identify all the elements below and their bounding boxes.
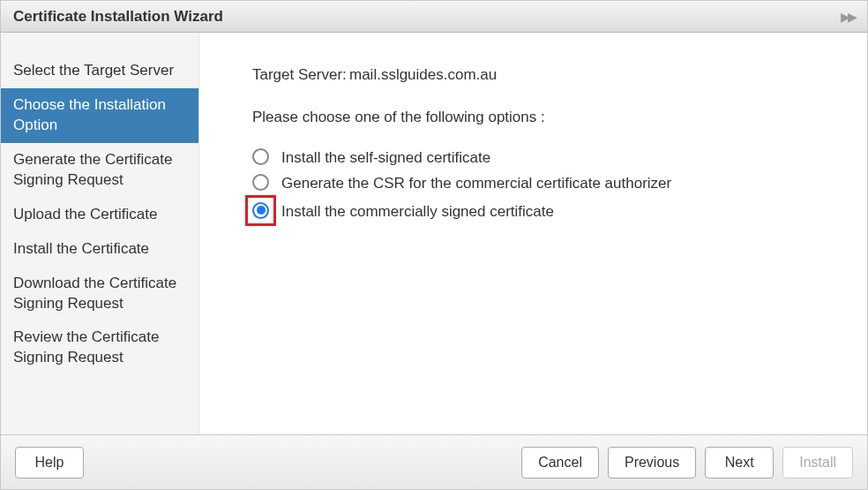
- main-panel: Target Server: mail.sslguides.com.au Ple…: [199, 33, 867, 434]
- step-upload-certificate[interactable]: Upload the Certificate: [1, 198, 198, 232]
- wizard-dialog: Certificate Installation Wizard ▶▶ Selec…: [0, 0, 868, 490]
- step-review-csr[interactable]: Review the Certificate Signing Request: [1, 320, 198, 375]
- sidebar: Select the Target Server Choose the Inst…: [1, 33, 199, 434]
- highlight-box: [245, 195, 276, 226]
- collapse-icon[interactable]: ▶▶: [841, 10, 855, 24]
- next-button[interactable]: Next: [705, 447, 774, 479]
- wizard-body: Select the Target Server Choose the Inst…: [1, 33, 867, 434]
- option-label: Generate the CSR for the commercial cert…: [281, 171, 671, 194]
- radio-icon[interactable]: [252, 202, 269, 219]
- option-label: Install the commercially signed certific…: [281, 200, 554, 222]
- footer-right: Cancel Previous Next Install: [521, 447, 853, 479]
- install-button: Install: [782, 447, 853, 479]
- radio-icon[interactable]: [252, 148, 269, 165]
- option-generate-csr[interactable]: Generate the CSR for the commercial cert…: [252, 171, 832, 194]
- option-self-signed[interactable]: Install the self-signed certificate: [252, 146, 832, 169]
- cancel-button[interactable]: Cancel: [521, 447, 599, 479]
- step-choose-installation-option[interactable]: Choose the Installation Option: [1, 88, 198, 143]
- target-server-label: Target Server:: [252, 66, 349, 84]
- target-server-value: mail.sslguides.com.au: [349, 66, 497, 84]
- step-generate-csr[interactable]: Generate the Certificate Signing Request: [1, 143, 198, 198]
- titlebar: Certificate Installation Wizard ▶▶: [1, 1, 867, 33]
- step-download-csr[interactable]: Download the Certificate Signing Request: [1, 267, 198, 321]
- option-commercial-signed[interactable]: Install the commercially signed certific…: [252, 197, 832, 226]
- target-server-row: Target Server: mail.sslguides.com.au: [252, 66, 832, 84]
- titlebar-title: Certificate Installation Wizard: [13, 8, 223, 26]
- help-button[interactable]: Help: [15, 447, 84, 479]
- footer: Help Cancel Previous Next Install: [1, 434, 867, 489]
- step-select-target-server[interactable]: Select the Target Server: [1, 54, 198, 88]
- options-group: Install the self-signed certificate Gene…: [252, 146, 832, 226]
- step-install-certificate[interactable]: Install the Certificate: [1, 232, 198, 267]
- radio-icon[interactable]: [252, 174, 269, 191]
- previous-button[interactable]: Previous: [608, 447, 696, 479]
- option-label: Install the self-signed certificate: [281, 146, 490, 169]
- options-prompt: Please choose one of the following optio…: [252, 109, 832, 126]
